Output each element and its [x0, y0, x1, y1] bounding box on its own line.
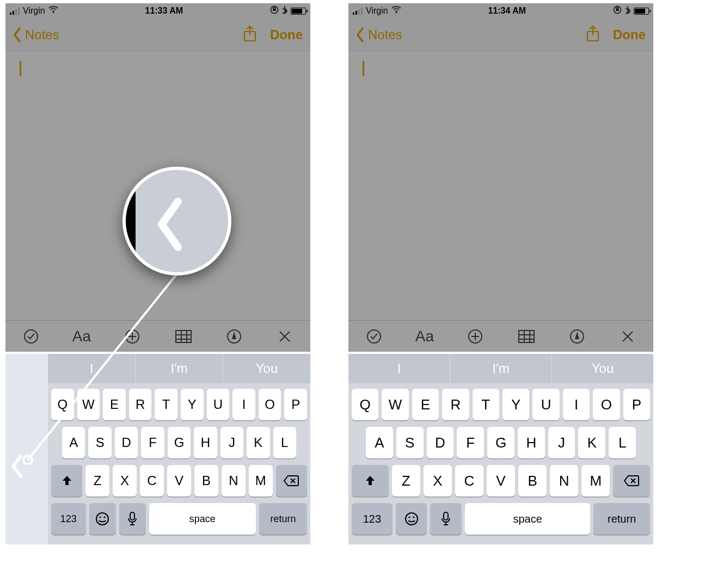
back-button[interactable]: Notes: [356, 27, 402, 42]
shift-icon: [60, 474, 73, 487]
key-n[interactable]: N: [222, 465, 246, 497]
backspace-key[interactable]: [276, 465, 307, 497]
suggestion-2[interactable]: I'm: [136, 354, 223, 383]
key-k[interactable]: K: [578, 427, 605, 458]
emoji-key[interactable]: [396, 503, 427, 535]
keyboard-dock-gutter[interactable]: [5, 354, 48, 544]
key-y[interactable]: Y: [502, 389, 529, 420]
key-f[interactable]: F: [457, 427, 484, 458]
key-z[interactable]: Z: [392, 465, 420, 497]
key-d[interactable]: D: [115, 427, 138, 458]
key-r[interactable]: R: [442, 389, 469, 420]
table-icon[interactable]: [173, 326, 194, 347]
checklist-icon[interactable]: [20, 326, 42, 347]
key-v[interactable]: V: [487, 465, 515, 497]
key-p[interactable]: P: [623, 389, 650, 420]
close-icon[interactable]: [274, 326, 296, 347]
key-w[interactable]: W: [77, 389, 100, 420]
key-m[interactable]: M: [581, 465, 610, 497]
key-d[interactable]: D: [427, 427, 454, 458]
key-o[interactable]: O: [593, 389, 620, 420]
key-s[interactable]: S: [396, 427, 424, 458]
done-button[interactable]: Done: [613, 27, 646, 42]
suggestion-1[interactable]: I: [48, 354, 136, 383]
return-key[interactable]: return: [593, 503, 650, 535]
space-key[interactable]: space: [465, 503, 590, 535]
backspace-key[interactable]: [613, 465, 650, 497]
key-r[interactable]: R: [129, 389, 152, 420]
shift-key[interactable]: [352, 465, 389, 497]
key-u[interactable]: U: [207, 389, 230, 420]
carrier-label: Virgin: [366, 6, 388, 16]
dictation-key[interactable]: [430, 503, 462, 535]
space-key[interactable]: space: [149, 503, 256, 535]
key-x[interactable]: X: [113, 465, 137, 497]
dictation-key[interactable]: [119, 503, 146, 535]
key-i[interactable]: I: [232, 389, 255, 420]
suggestion-3[interactable]: You: [223, 354, 310, 383]
add-attachment-icon[interactable]: [121, 326, 143, 347]
key-c[interactable]: C: [140, 465, 164, 497]
key-b[interactable]: B: [518, 465, 547, 497]
key-v[interactable]: V: [167, 465, 191, 497]
mic-icon: [440, 511, 451, 526]
share-icon[interactable]: [243, 25, 257, 45]
suggestion-1[interactable]: I: [348, 354, 450, 383]
key-i[interactable]: I: [563, 389, 590, 420]
key-q[interactable]: Q: [51, 389, 74, 420]
sketch-icon[interactable]: [223, 326, 245, 347]
key-e[interactable]: E: [412, 389, 439, 420]
key-h[interactable]: H: [518, 427, 545, 458]
key-s[interactable]: S: [88, 427, 111, 458]
key-x[interactable]: X: [424, 465, 452, 497]
undock-handle-icon[interactable]: [10, 454, 25, 480]
key-q[interactable]: Q: [352, 389, 378, 420]
text-style-button[interactable]: Aa: [71, 326, 93, 347]
key-g[interactable]: G: [168, 427, 191, 458]
key-w[interactable]: W: [382, 389, 408, 420]
table-icon[interactable]: [516, 326, 537, 347]
key-u[interactable]: U: [532, 389, 559, 420]
suggestion-2[interactable]: I'm: [450, 354, 552, 383]
text-style-button[interactable]: Aa: [414, 326, 436, 347]
key-y[interactable]: Y: [181, 389, 204, 420]
key-m[interactable]: M: [249, 465, 273, 497]
back-label: Notes: [25, 27, 59, 42]
close-icon[interactable]: [617, 326, 639, 347]
key-l[interactable]: L: [273, 427, 296, 458]
sketch-icon[interactable]: [566, 326, 588, 347]
key-j[interactable]: J: [548, 427, 575, 458]
done-button[interactable]: Done: [270, 27, 303, 42]
numbers-key[interactable]: 123: [352, 503, 393, 535]
format-toolbar: Aa: [348, 320, 653, 352]
key-k[interactable]: K: [247, 427, 269, 458]
key-j[interactable]: J: [220, 427, 243, 458]
note-body[interactable]: [348, 51, 653, 320]
numbers-key[interactable]: 123: [51, 503, 86, 535]
checklist-icon[interactable]: [363, 326, 385, 347]
key-g[interactable]: G: [487, 427, 514, 458]
key-t[interactable]: T: [155, 389, 177, 420]
share-icon[interactable]: [586, 25, 600, 45]
key-t[interactable]: T: [473, 389, 499, 420]
key-a[interactable]: A: [366, 427, 393, 458]
key-f[interactable]: F: [141, 427, 164, 458]
shift-key[interactable]: [51, 465, 82, 497]
key-n[interactable]: N: [550, 465, 578, 497]
key-h[interactable]: H: [194, 427, 217, 458]
emoji-key[interactable]: [89, 503, 116, 535]
key-l[interactable]: L: [609, 427, 636, 458]
key-z[interactable]: Z: [85, 465, 109, 497]
keyboard: I I'm You Q W E R T Y U I: [5, 354, 310, 544]
key-p[interactable]: P: [284, 389, 307, 420]
back-button[interactable]: Notes: [13, 27, 59, 42]
key-a[interactable]: A: [62, 427, 85, 458]
svg-point-23: [408, 516, 410, 518]
key-o[interactable]: O: [259, 389, 281, 420]
key-e[interactable]: E: [103, 389, 126, 420]
return-key[interactable]: return: [259, 503, 307, 535]
key-c[interactable]: C: [455, 465, 483, 497]
key-b[interactable]: B: [194, 465, 218, 497]
add-attachment-icon[interactable]: [464, 326, 486, 347]
suggestion-3[interactable]: You: [552, 354, 653, 383]
